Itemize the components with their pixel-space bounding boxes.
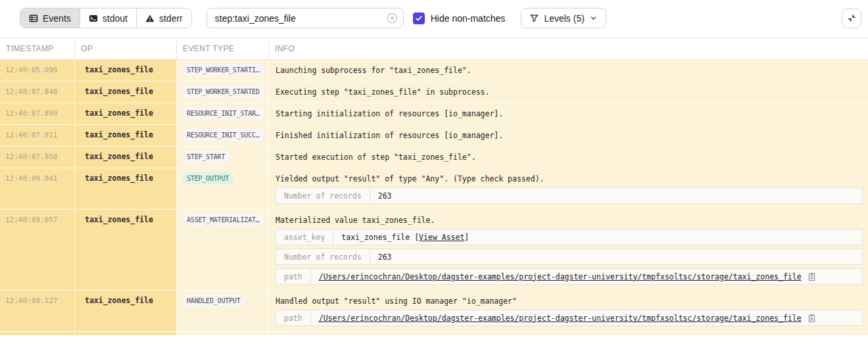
tab-label: Events — [43, 13, 71, 24]
metadata-row: Number of records 263 — [276, 249, 863, 265]
event-type-tag: STEP_START — [182, 151, 229, 163]
log-view-tabs: Eventsstdoutstderr — [20, 8, 192, 28]
event-info-cell: Started execution of step "taxi_zones_fi… — [268, 147, 868, 168]
table-header: TIMESTAMP OP EVENT TYPE INFO — [0, 37, 868, 60]
collapse-panel-icon — [846, 12, 857, 24]
event-info-text: Started execution of step "taxi_zones_fi… — [276, 152, 863, 162]
column-header-op: OP — [74, 38, 176, 59]
levels-filter-button[interactable]: Levels (5) — [521, 8, 606, 28]
event-timestamp[interactable]: 12:40:07.899 — [0, 103, 74, 125]
event-op-name: taxi_zones_file — [74, 82, 176, 103]
metadata-label: path — [276, 269, 311, 284]
metadata-value: 263 — [370, 249, 400, 264]
event-op-name: taxi_zones_file — [74, 60, 176, 82]
metadata-value-text: 263 — [378, 252, 392, 262]
event-type-cell: STEP_OUTPUT — [176, 168, 268, 210]
clear-search-icon[interactable] — [387, 12, 398, 24]
copy-clipboard-icon[interactable] — [808, 314, 816, 323]
toolbar: Eventsstdoutstderr Hide non-matches Leve… — [0, 0, 868, 28]
filter-funnel-icon — [530, 14, 539, 22]
event-info-text: Starting initialization of resources [io… — [276, 108, 863, 119]
event-type-cell: RESOURCE_INIT_STAR… — [176, 103, 268, 125]
event-timestamp[interactable]: 12:40:09.127 — [0, 291, 74, 332]
event-timestamp[interactable]: 12:40:07.958 — [0, 147, 74, 168]
event-row[interactable]: 12:40:07.958 taxi_zones_file STEP_START … — [0, 147, 868, 168]
event-type-tag: STEP_WORKER_STARTED — [182, 85, 264, 98]
event-timestamp[interactable]: 12:40:09.041 — [0, 168, 74, 210]
event-info-text: Finished initialization of resources [io… — [276, 130, 863, 141]
event-type-cell: STEP_SUCCESS — [176, 332, 268, 335]
event-info-text: Executing step "taxi_zones_file" in subp… — [276, 87, 863, 97]
tab-stdout[interactable]: stdout — [80, 9, 136, 28]
event-row[interactable]: 12:40:09.041 taxi_zones_file STEP_OUTPUT… — [0, 168, 868, 210]
event-type-tag: STEP_WORKER_STARTI… — [182, 64, 264, 76]
warning-triangle-icon — [145, 14, 155, 23]
event-info-cell: Finished initialization of resources [io… — [268, 125, 868, 147]
event-type-cell: ASSET_MATERIALIZAT… — [176, 210, 268, 291]
log-filter-input[interactable] — [206, 8, 404, 28]
metadata-value-text: 263 — [378, 191, 392, 201]
event-type-cell: STEP_WORKER_STARTED — [176, 82, 268, 103]
event-timestamp[interactable]: 12:40:07.911 — [0, 125, 74, 147]
event-timestamp[interactable]: 12:40:09.136 — [0, 332, 74, 335]
metadata-row: asset_key taxi_zones_file [View Asset] — [276, 229, 863, 245]
event-timestamp[interactable]: 12:40:09.057 — [0, 210, 74, 291]
metadata-asset-link-wrap: [View Asset] — [414, 233, 469, 242]
metadata-value: taxi_zones_file [View Asset] — [333, 229, 477, 245]
copy-clipboard-icon[interactable] — [808, 272, 816, 281]
event-info-text: Launching subprocess for "taxi_zones_fil… — [276, 65, 863, 76]
event-op-name: taxi_zones_file — [74, 332, 176, 335]
column-header-event-type: EVENT TYPE — [176, 38, 268, 59]
metadata-label: Number of records — [276, 188, 370, 203]
hide-non-matches-toggle[interactable]: Hide non-matches — [413, 12, 506, 24]
event-type-tag: HANDLED_OUTPUT — [182, 295, 245, 307]
event-type-tag: STEP_OUTPUT — [182, 172, 233, 185]
event-row[interactable]: 12:40:09.136 taxi_zones_file STEP_SUCCES… — [0, 332, 868, 335]
event-row[interactable]: 12:40:07.848 taxi_zones_file STEP_WORKER… — [0, 82, 868, 103]
collapse-panel-button[interactable] — [842, 9, 861, 28]
events-table-icon — [29, 14, 38, 23]
event-op-name: taxi_zones_file — [74, 103, 176, 125]
event-op-name: taxi_zones_file — [74, 168, 176, 210]
event-type-cell: HANDLED_OUTPUT — [176, 291, 268, 332]
event-op-name: taxi_zones_file — [74, 125, 176, 147]
path-link[interactable]: /Users/erincochran/Desktop/dagster-examp… — [319, 272, 802, 281]
metadata-value: 263 — [370, 188, 400, 203]
path-link[interactable]: /Users/erincochran/Desktop/dagster-examp… — [319, 314, 802, 323]
event-info-cell: Handled output "result" using IO manager… — [268, 291, 868, 332]
tab-stderr[interactable]: stderr — [136, 9, 191, 28]
tab-events[interactable]: Events — [20, 9, 80, 28]
metadata-row: Number of records 263 — [276, 187, 863, 204]
event-type-cell: STEP_WORKER_STARTI… — [176, 60, 268, 82]
metadata-label: asset_key — [276, 229, 333, 245]
levels-button-label: Levels (5) — [544, 13, 584, 24]
event-row[interactable]: 12:40:07.899 taxi_zones_file RESOURCE_IN… — [0, 103, 868, 125]
column-header-info: INFO — [268, 38, 868, 59]
metadata-value-text: taxi_zones_file — [341, 233, 410, 242]
tab-label: stdout — [103, 13, 128, 24]
event-row[interactable]: 12:40:09.127 taxi_zones_file HANDLED_OUT… — [0, 291, 868, 332]
view-asset-link[interactable]: View Asset — [419, 233, 464, 242]
event-info-cell: Materialized value taxi_zones_file. asse… — [268, 210, 868, 291]
event-type-tag: RESOURCE_INIT_STAR… — [182, 107, 264, 120]
terminal-icon — [89, 14, 98, 23]
column-header-timestamp: TIMESTAMP — [0, 38, 74, 59]
event-row[interactable]: 12:40:05.099 taxi_zones_file STEP_WORKER… — [0, 60, 868, 82]
metadata-label: path — [276, 310, 311, 325]
event-info-cell: Launching subprocess for "taxi_zones_fil… — [268, 60, 868, 82]
event-timestamp[interactable]: 12:40:07.848 — [0, 82, 74, 103]
checkbox-checked-icon[interactable] — [413, 12, 425, 24]
event-op-name: taxi_zones_file — [74, 291, 176, 332]
event-type-tag: RESOURCE_INIT_SUCC… — [182, 129, 264, 141]
hide-non-matches-label: Hide non-matches — [431, 13, 506, 24]
tab-label: stderr — [159, 13, 183, 24]
event-type-cell: RESOURCE_INIT_SUCC… — [176, 125, 268, 147]
event-rows: 12:40:05.099 taxi_zones_file STEP_WORKER… — [0, 60, 868, 335]
event-type-cell: STEP_START — [176, 147, 268, 168]
event-timestamp[interactable]: 12:40:05.099 — [0, 60, 74, 82]
event-info-text: Materialized value taxi_zones_file. — [276, 215, 863, 226]
event-row[interactable]: 12:40:07.911 taxi_zones_file RESOURCE_IN… — [0, 125, 868, 147]
event-row[interactable]: 12:40:09.057 taxi_zones_file ASSET_MATER… — [0, 210, 868, 291]
log-filter-input-wrap — [206, 8, 404, 28]
metadata-row: path /Users/erincochran/Desktop/dagster-… — [276, 310, 863, 326]
